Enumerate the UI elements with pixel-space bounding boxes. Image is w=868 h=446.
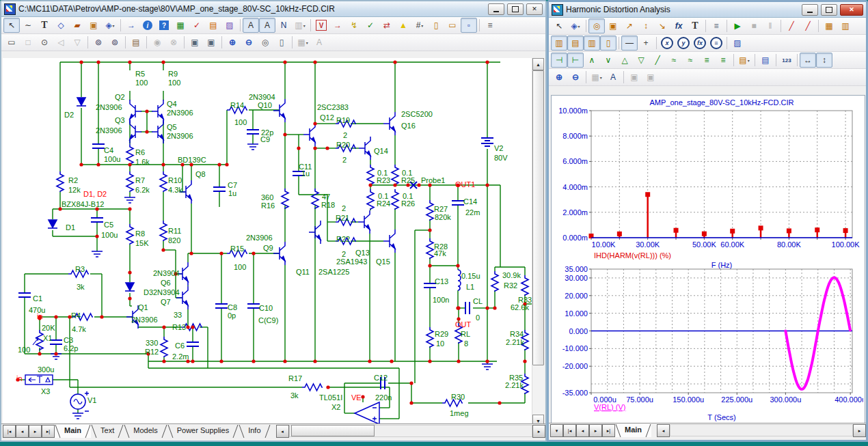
zoom-out-icon[interactable]: ⊖ [567, 70, 584, 85]
tab-nav-menu[interactable]: ▾ [550, 424, 563, 437]
go-to-peak-icon[interactable]: ∧ [584, 53, 600, 68]
plot-layout-overlap-icon[interactable]: ▯ [600, 36, 616, 51]
normalize-x-icon[interactable]: ↔ [800, 53, 816, 68]
tab-nav-last[interactable]: ▸| [602, 424, 615, 437]
cursor-mode-icon[interactable]: ▣ [605, 18, 621, 33]
schematic-canvas[interactable]: R5100R9100Q22N3906Q42N3906Q32N3906Q52N39… [3, 58, 535, 427]
flip-vertical-icon[interactable]: ▽ [69, 35, 85, 50]
zoom-area-icon[interactable]: ◎ [257, 35, 273, 50]
tab-models[interactable]: Models [124, 425, 167, 438]
show-attribute-text-icon[interactable]: A [243, 18, 259, 33]
go-to-inflection-icon[interactable]: ╱ [649, 53, 666, 68]
run-icon[interactable]: ▶ [729, 18, 746, 33]
close-button[interactable]: ✕ [840, 4, 863, 16]
pan-mode-icon[interactable]: → [123, 18, 139, 33]
tab-main[interactable]: Main [615, 424, 651, 437]
plot-area[interactable]: AMP_one_stage_80V-SC_10kHz-FCD.CIR0.000m… [551, 95, 865, 425]
go-to-branch-icon[interactable]: ≡ [708, 36, 724, 51]
zoom-in-icon[interactable]: ⊕ [224, 35, 241, 50]
font-icon[interactable]: A [605, 70, 621, 85]
info-mode-icon[interactable]: i [139, 18, 156, 33]
show-title-block-icon[interactable]: ▭ [444, 18, 461, 33]
text-mode-icon[interactable]: T [36, 18, 53, 33]
tab-nav-previous[interactable]: ◂ [576, 424, 589, 437]
properties-icon[interactable]: ≡ [708, 18, 724, 33]
plot-layout-stack-icon[interactable]: ▤ [567, 36, 584, 51]
next-parameter-icon[interactable]: ╱ [783, 18, 800, 33]
show-node-voltages-icon[interactable]: V [313, 18, 329, 33]
zoom-page-icon[interactable]: ▯ [273, 35, 290, 50]
tracker-cursor-icon[interactable]: + [638, 36, 654, 51]
minimize-button[interactable] [802, 4, 818, 16]
find-next-icon[interactable]: ⊚ [107, 35, 123, 50]
show-conditions-icon[interactable]: ✓ [362, 18, 379, 33]
plot-layout-one-icon[interactable]: ▥ [551, 36, 567, 51]
find-icon[interactable]: ⊚ [90, 35, 107, 50]
text-stepping-icon[interactable]: ▤ [128, 35, 144, 50]
tab-nav-first[interactable]: |◂ [3, 425, 16, 438]
tab-main[interactable]: Main [55, 425, 91, 438]
hscroll-right-arrow[interactable]: ▸ [532, 425, 545, 438]
hscroll-left-arrow[interactable]: ◂ [657, 424, 670, 437]
maximize-button[interactable] [821, 4, 837, 16]
schematic-vertical-scrollbar[interactable]: ▲ ▼ [532, 58, 544, 427]
box-select-icon[interactable]: ▭ [3, 35, 20, 50]
copy-to-back-icon[interactable]: ▣ [642, 70, 659, 85]
select-mode-icon[interactable]: ↖ [3, 18, 20, 33]
data-points-icon[interactable]: ▦ [821, 18, 837, 33]
edit-file-icon[interactable]: ▨ [221, 18, 238, 33]
vertical-tag-mode-icon[interactable]: ↕ [638, 18, 654, 33]
go-to-y-icon[interactable]: y [675, 36, 692, 51]
point-tag-mode-icon[interactable]: ↗ [621, 18, 638, 33]
help-mode-icon[interactable]: ? [156, 18, 172, 33]
tab-nav-first[interactable]: |◂ [563, 424, 576, 437]
graph-objects-icon[interactable]: ◈▾ [567, 18, 584, 33]
check-model-icon[interactable]: ✓ [189, 18, 205, 33]
wire-mode-icon[interactable]: ∼ [20, 18, 36, 33]
stop-icon[interactable]: ■ [746, 18, 762, 33]
tab-nav-next[interactable]: ▸ [29, 425, 42, 438]
restore-button[interactable] [507, 3, 524, 15]
clipboard-icon[interactable]: ▤▾ [736, 53, 752, 68]
picture-mode-icon[interactable]: ▣ [85, 18, 102, 33]
send-to-back-icon[interactable]: ▣ [203, 35, 219, 50]
show-warnings-icon[interactable]: ▲ [395, 18, 411, 33]
go-to-low-icon[interactable]: ▽ [633, 53, 649, 68]
tab-nav-last[interactable]: ▸| [42, 425, 55, 438]
show-border-icon[interactable]: ▯ [428, 18, 444, 33]
horizontal-tag-mode-icon[interactable]: ↘ [654, 18, 670, 33]
flag-mode-icon[interactable]: ▰ [69, 18, 85, 33]
watch-values-icon[interactable]: 123 [778, 53, 795, 68]
flip-horizontal-icon[interactable]: ◁ [53, 35, 69, 50]
hscroll-track[interactable] [670, 424, 853, 436]
performance-tag-mode-icon[interactable]: fx [670, 18, 687, 33]
split-view-icon[interactable]: ▦▾ [295, 35, 311, 50]
graphics-mode-icon[interactable]: ◇ [53, 18, 69, 33]
optimizer-icon[interactable]: ╱ [800, 18, 816, 33]
tolerances-icon[interactable]: ▥ [837, 18, 854, 33]
normalize-y-icon[interactable]: ↕ [816, 53, 832, 68]
view-grid-icon[interactable]: ▦▾ [588, 70, 605, 85]
schematic-titlebar[interactable]: C:\MC11\DATA\Petrov\AMP-one-stage\80V\AM… [1, 1, 545, 17]
close-button[interactable]: ✕ [526, 3, 543, 15]
remove-flag-icon[interactable]: ⊗ [165, 35, 182, 50]
hscroll-left-arrow[interactable]: ◂ [276, 425, 289, 438]
bill-of-materials-icon[interactable]: ▤ [205, 18, 221, 33]
go-to-curve-x-icon[interactable]: ≈ [666, 53, 682, 68]
tab-nav-next[interactable]: ▸ [589, 424, 602, 437]
envelope-top-icon[interactable]: ≡ [699, 53, 715, 68]
tab-power-supplies[interactable]: Power Supplies [167, 425, 239, 438]
tab-nav-previous[interactable]: ◂ [16, 425, 29, 438]
scroll-up-arrow[interactable]: ▲ [532, 58, 544, 70]
plot-layout-two-icon[interactable]: ▥ [584, 36, 600, 51]
horizontal-axis-cursor-icon[interactable]: — [621, 36, 638, 51]
go-to-valley-icon[interactable]: ∨ [600, 53, 616, 68]
font-icon[interactable]: A [311, 35, 327, 50]
design-checklist-icon[interactable]: ▦ [172, 18, 189, 33]
numeric-output-icon[interactable]: ▤ [757, 53, 774, 68]
envelope-bottom-icon[interactable]: ≡ [715, 53, 731, 68]
show-grid-text-icon[interactable]: A [259, 18, 275, 33]
pause-icon[interactable]: ‖ [762, 18, 778, 33]
hscroll-right-arrow[interactable]: ▸ [853, 424, 866, 437]
show-power-icon[interactable]: ↯ [346, 18, 362, 33]
